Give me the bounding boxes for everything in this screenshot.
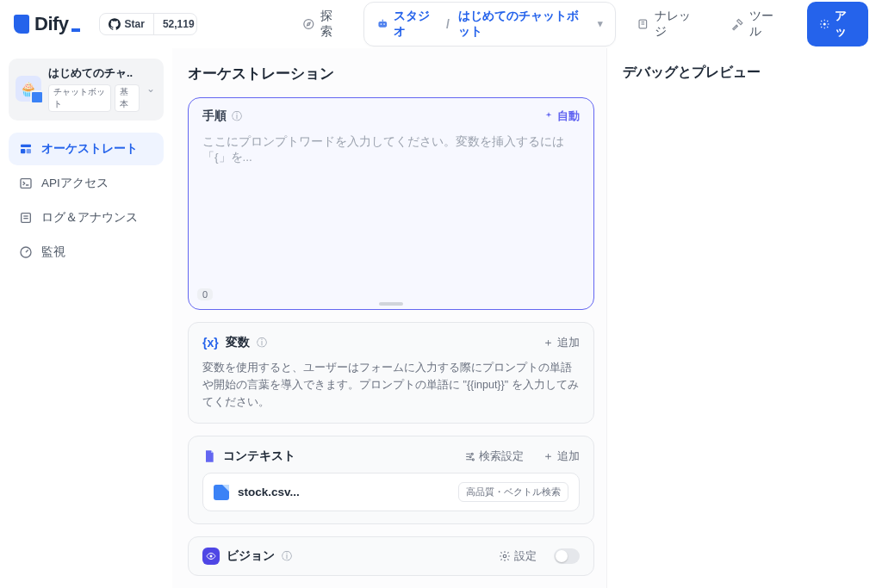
plus-icon: ＋	[543, 335, 554, 350]
nav-studio-app: はじめてのチャットボット	[458, 9, 590, 40]
svg-point-19	[472, 458, 474, 460]
logo[interactable]: Dify	[14, 13, 80, 35]
github-star-button[interactable]: Star	[100, 14, 153, 34]
nav-explore-label: 探索	[320, 9, 343, 40]
sidebar-item-logs[interactable]: ログ＆アナウンス	[9, 201, 164, 234]
robot-icon	[376, 17, 389, 31]
nav-tools-label: ツール	[749, 9, 782, 40]
auto-generate-button[interactable]: 自動	[543, 108, 580, 124]
sparkle-icon	[543, 111, 554, 121]
gear-icon	[499, 550, 511, 562]
svg-point-0	[304, 19, 314, 28]
nav-tools[interactable]: ツール	[719, 2, 794, 46]
main: 🧁 はじめてのチャ.. チャットボット 基本 ⌄ オーケストレート APIアクセ…	[0, 48, 882, 588]
help-icon[interactable]: ⓘ	[257, 336, 267, 350]
terminal-icon	[19, 176, 33, 190]
help-icon[interactable]: ⓘ	[282, 549, 292, 564]
sidebar-item-api[interactable]: APIアクセス	[9, 167, 164, 200]
sliders-icon	[464, 451, 475, 462]
layout-icon	[19, 142, 33, 156]
github-star-count: 52,119	[153, 14, 198, 34]
breadcrumb-separator: /	[446, 17, 450, 31]
orchestration-panel: オーケストレーション gpt-4o-mini CHAT 手順 ⓘ 自動 0	[172, 48, 606, 588]
context-file-name: stock.csv...	[238, 486, 450, 498]
variables-description: 変数を使用すると、ユーザーはフォームに入力する際にプロンプトの単語や開始の言葉を…	[202, 359, 580, 411]
svg-point-3	[383, 23, 385, 25]
app-title: はじめてのチャ..	[48, 65, 140, 81]
logo-mark-icon	[14, 15, 29, 34]
search-settings-button[interactable]: 検索設定	[464, 449, 524, 464]
publish-button[interactable]: アッ	[807, 2, 869, 46]
svg-rect-10	[21, 149, 25, 153]
chevron-down-icon[interactable]: ⌄	[146, 83, 155, 95]
nav-studio[interactable]: スタジオ / はじめてのチャットボット ▾	[363, 2, 617, 46]
nav-studio-label: スタジオ	[394, 9, 438, 40]
preview-panel: デバッグとプレビュー	[606, 48, 882, 588]
app-tag: 基本	[115, 84, 140, 112]
app-icon: 🧁	[16, 76, 41, 102]
chevron-down-icon[interactable]: ▾	[598, 18, 603, 29]
nav-explore[interactable]: 探索	[290, 2, 354, 46]
svg-rect-11	[27, 149, 31, 153]
search-settings-label: 検索設定	[479, 449, 524, 464]
sidebar-item-label: APIアクセス	[41, 176, 109, 191]
context-card: コンテキスト 検索設定 ＋ 追加 stock.csv... 高品質・ベクトル検索	[188, 436, 594, 524]
plus-icon: ＋	[543, 449, 554, 464]
github-star[interactable]: Star 52,119	[99, 13, 198, 35]
vision-settings-button[interactable]: 設定	[499, 548, 537, 564]
gauge-icon	[19, 245, 33, 259]
github-icon	[109, 18, 121, 30]
list-icon	[19, 211, 33, 225]
svg-point-8	[823, 22, 825, 25]
context-item[interactable]: stock.csv... 高品質・ベクトル検索	[202, 473, 580, 511]
add-context-button[interactable]: ＋ 追加	[543, 449, 580, 464]
sidebar-item-orchestrate[interactable]: オーケストレート	[9, 133, 164, 165]
sidebar-item-monitor[interactable]: 監視	[9, 236, 164, 269]
eye-icon	[202, 548, 220, 565]
app-tag: チャットボット	[48, 84, 111, 112]
svg-rect-4	[382, 19, 382, 21]
prompt-input[interactable]	[189, 131, 593, 283]
document-icon	[202, 449, 216, 463]
sidebar-item-label: オーケストレート	[41, 141, 138, 157]
github-star-label: Star	[125, 18, 145, 30]
nav-knowledge[interactable]: ナレッジ	[624, 2, 711, 46]
svg-point-18	[469, 455, 471, 457]
resize-handle[interactable]	[379, 302, 403, 306]
svg-rect-12	[21, 179, 31, 189]
context-label: コンテキスト	[223, 449, 295, 464]
sidebar-item-label: 監視	[41, 244, 65, 260]
braces-icon: {x}	[202, 336, 219, 350]
add-variable-button[interactable]: ＋ 追加	[543, 335, 580, 350]
nav-knowledge-label: ナレッジ	[655, 9, 699, 40]
svg-point-2	[380, 23, 382, 25]
top-nav: 探索 スタジオ / はじめてのチャットボット ▾ ナレッジ ツール	[290, 2, 794, 46]
book-icon	[637, 17, 649, 31]
vision-toggle[interactable]	[554, 548, 580, 564]
svg-point-20	[210, 555, 213, 558]
app-selector[interactable]: 🧁 はじめてのチャ.. チャットボット 基本 ⌄	[9, 59, 164, 121]
compass-icon	[302, 17, 315, 31]
file-icon	[214, 485, 229, 500]
gear-icon	[819, 18, 830, 30]
variables-label: 変数	[226, 335, 250, 350]
add-label: 追加	[557, 449, 580, 464]
page-title: オーケストレーション	[188, 64, 594, 84]
auto-label: 自動	[557, 108, 580, 124]
svg-rect-9	[21, 145, 31, 147]
prompt-card: 手順 ⓘ 自動 0	[188, 97, 594, 310]
logo-cursor-icon	[71, 28, 80, 32]
sidebar: 🧁 はじめてのチャ.. チャットボット 基本 ⌄ オーケストレート APIアクセ…	[0, 48, 172, 588]
svg-rect-1	[378, 21, 387, 27]
brand-name: Dify	[34, 13, 69, 35]
help-icon[interactable]: ⓘ	[232, 109, 242, 124]
prompt-label: 手順	[202, 108, 227, 124]
preview-title: デバッグとプレビュー	[623, 64, 882, 82]
sidebar-item-label: ログ＆アナウンス	[41, 210, 138, 226]
hammer-icon	[731, 17, 744, 31]
publish-label: アッ	[835, 9, 856, 40]
svg-point-17	[471, 453, 473, 455]
svg-point-21	[503, 554, 506, 558]
variables-card: {x} 変数 ⓘ ＋ 追加 変数を使用すると、ユーザーはフォームに入力する際にプ…	[188, 322, 594, 424]
settings-label: 設定	[514, 548, 537, 564]
